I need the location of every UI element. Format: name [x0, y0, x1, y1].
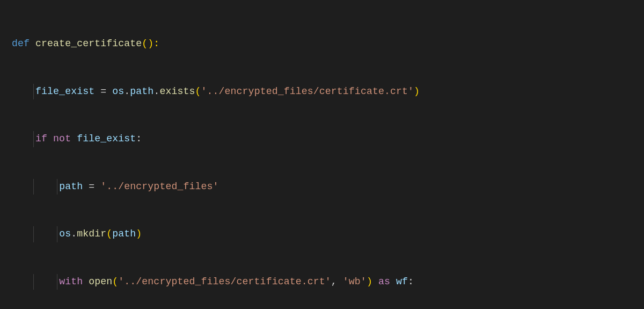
code-line[interactable]: path = '../encrypted_files'	[0, 179, 644, 195]
arg: path	[112, 228, 136, 239]
code-editor[interactable]: def create_certificate(): file_exist = o…	[0, 0, 644, 309]
op: =	[94, 86, 112, 97]
string: '../encrypted_files/certificate.crt'	[201, 86, 414, 97]
keyword-as: as	[372, 276, 396, 287]
punct: ():	[142, 38, 159, 49]
var: file_exist	[77, 133, 136, 144]
code-line[interactable]: os.mkdir(path)	[0, 226, 644, 242]
attr-path: path	[130, 86, 153, 97]
keyword-not: not	[53, 133, 77, 144]
mod-os: os	[59, 228, 71, 239]
call-exists: exists	[159, 86, 195, 97]
mod-os: os	[112, 86, 124, 97]
var: file_exist	[35, 86, 94, 97]
keyword-with: with	[59, 276, 89, 287]
var: path	[59, 181, 83, 192]
string: '../encrypted_files/certificate.crt'	[118, 276, 331, 287]
code-line[interactable]: if not file_exist:	[0, 131, 644, 147]
keyword-if: if	[35, 133, 53, 144]
var-wf: wf	[396, 276, 408, 287]
code-line[interactable]: file_exist = os.path.exists('../encrypte…	[0, 84, 644, 100]
string: 'wb'	[343, 276, 367, 287]
func-name: create_certificate	[35, 38, 142, 49]
call-open: open	[89, 276, 112, 287]
call-mkdir: mkdir	[77, 228, 106, 239]
string: '../encrypted_files'	[100, 181, 218, 192]
keyword-def: def	[12, 38, 35, 49]
code-line[interactable]: def create_certificate():	[0, 36, 644, 52]
code-line[interactable]: with open('../encrypted_files/certificat…	[0, 274, 644, 290]
